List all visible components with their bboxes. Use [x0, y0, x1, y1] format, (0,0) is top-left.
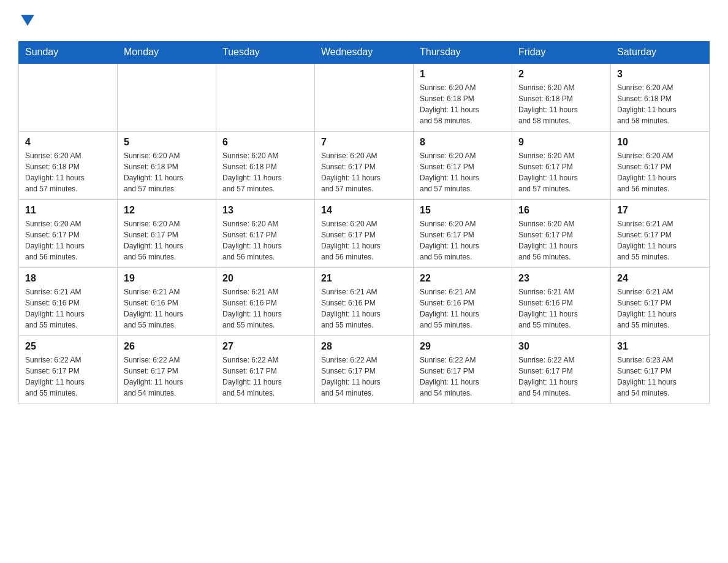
- day-info: Sunrise: 6:22 AMSunset: 6:17 PMDaylight:…: [518, 354, 604, 399]
- calendar-cell: 3Sunrise: 6:20 AMSunset: 6:18 PMDaylight…: [611, 63, 710, 132]
- day-number: 21: [321, 273, 407, 284]
- day-info: Sunrise: 6:21 AMSunset: 6:17 PMDaylight:…: [617, 286, 703, 331]
- day-number: 26: [124, 341, 210, 352]
- day-info: Sunrise: 6:20 AMSunset: 6:17 PMDaylight:…: [321, 150, 407, 194]
- weekday-header-tuesday: Tuesday: [216, 42, 315, 64]
- day-info: Sunrise: 6:20 AMSunset: 6:17 PMDaylight:…: [420, 150, 506, 194]
- svg-marker-0: [21, 15, 34, 26]
- day-number: 27: [222, 341, 308, 352]
- day-number: 15: [420, 205, 506, 216]
- calendar-cell: 1Sunrise: 6:20 AMSunset: 6:18 PMDaylight…: [414, 63, 512, 132]
- calendar-cell: 7Sunrise: 6:20 AMSunset: 6:17 PMDaylight…: [315, 132, 414, 200]
- calendar-cell: 18Sunrise: 6:21 AMSunset: 6:16 PMDayligh…: [19, 268, 118, 336]
- calendar-week-3: 11Sunrise: 6:20 AMSunset: 6:17 PMDayligh…: [19, 200, 710, 268]
- day-number: 4: [25, 137, 111, 148]
- calendar-cell: 29Sunrise: 6:22 AMSunset: 6:17 PMDayligh…: [414, 336, 512, 404]
- calendar-week-5: 25Sunrise: 6:22 AMSunset: 6:17 PMDayligh…: [19, 336, 710, 404]
- weekday-header-sunday: Sunday: [19, 42, 118, 64]
- calendar-cell: 27Sunrise: 6:22 AMSunset: 6:17 PMDayligh…: [216, 336, 315, 404]
- day-number: 3: [617, 69, 703, 80]
- day-number: 7: [321, 137, 407, 148]
- day-info: Sunrise: 6:22 AMSunset: 6:17 PMDaylight:…: [124, 354, 210, 399]
- day-number: 18: [25, 273, 111, 284]
- calendar-cell: 5Sunrise: 6:20 AMSunset: 6:18 PMDaylight…: [118, 132, 216, 200]
- day-info: Sunrise: 6:20 AMSunset: 6:17 PMDaylight:…: [222, 218, 308, 262]
- calendar-cell: 19Sunrise: 6:21 AMSunset: 6:16 PMDayligh…: [118, 268, 216, 336]
- weekday-header-monday: Monday: [118, 42, 216, 64]
- calendar-week-1: 1Sunrise: 6:20 AMSunset: 6:18 PMDaylight…: [19, 63, 710, 132]
- day-number: 28: [321, 341, 407, 352]
- calendar-cell: 13Sunrise: 6:20 AMSunset: 6:17 PMDayligh…: [216, 200, 315, 268]
- day-info: Sunrise: 6:20 AMSunset: 6:18 PMDaylight:…: [420, 82, 506, 126]
- day-number: 13: [222, 205, 308, 216]
- calendar-cell: 21Sunrise: 6:21 AMSunset: 6:16 PMDayligh…: [315, 268, 414, 336]
- day-info: Sunrise: 6:20 AMSunset: 6:17 PMDaylight:…: [25, 218, 111, 262]
- day-number: 29: [420, 341, 506, 352]
- day-info: Sunrise: 6:21 AMSunset: 6:16 PMDaylight:…: [321, 286, 407, 331]
- calendar-cell: 16Sunrise: 6:20 AMSunset: 6:17 PMDayligh…: [512, 200, 611, 268]
- calendar-cell: 24Sunrise: 6:21 AMSunset: 6:17 PMDayligh…: [611, 268, 710, 336]
- day-info: Sunrise: 6:22 AMSunset: 6:17 PMDaylight:…: [420, 354, 506, 399]
- calendar-cell: 25Sunrise: 6:22 AMSunset: 6:17 PMDayligh…: [19, 336, 118, 404]
- day-number: 2: [518, 69, 604, 80]
- day-info: Sunrise: 6:21 AMSunset: 6:16 PMDaylight:…: [25, 286, 111, 331]
- day-number: 19: [124, 273, 210, 284]
- calendar-cell: 17Sunrise: 6:21 AMSunset: 6:17 PMDayligh…: [611, 200, 710, 268]
- day-number: 16: [518, 205, 604, 216]
- calendar-cell: 23Sunrise: 6:21 AMSunset: 6:16 PMDayligh…: [512, 268, 611, 336]
- day-info: Sunrise: 6:20 AMSunset: 6:17 PMDaylight:…: [518, 218, 604, 262]
- calendar-cell: [216, 63, 315, 132]
- day-info: Sunrise: 6:22 AMSunset: 6:17 PMDaylight:…: [25, 354, 111, 399]
- day-info: Sunrise: 6:21 AMSunset: 6:16 PMDaylight:…: [518, 286, 604, 331]
- day-info: Sunrise: 6:20 AMSunset: 6:18 PMDaylight:…: [124, 150, 210, 194]
- calendar-cell: 20Sunrise: 6:21 AMSunset: 6:16 PMDayligh…: [216, 268, 315, 336]
- day-number: 5: [124, 137, 210, 148]
- day-info: Sunrise: 6:21 AMSunset: 6:16 PMDaylight:…: [222, 286, 308, 331]
- calendar-table: SundayMondayTuesdayWednesdayThursdayFrid…: [18, 41, 710, 404]
- day-number: 1: [420, 69, 506, 80]
- day-info: Sunrise: 6:20 AMSunset: 6:17 PMDaylight:…: [617, 150, 703, 194]
- day-info: Sunrise: 6:22 AMSunset: 6:17 PMDaylight:…: [222, 354, 308, 399]
- weekday-header-wednesday: Wednesday: [315, 42, 414, 64]
- calendar-cell: 28Sunrise: 6:22 AMSunset: 6:17 PMDayligh…: [315, 336, 414, 404]
- calendar-header: SundayMondayTuesdayWednesdayThursdayFrid…: [19, 42, 710, 64]
- day-number: 17: [617, 205, 703, 216]
- weekday-header-friday: Friday: [512, 42, 611, 64]
- day-number: 8: [420, 137, 506, 148]
- day-info: Sunrise: 6:20 AMSunset: 6:17 PMDaylight:…: [420, 218, 506, 262]
- calendar-cell: 6Sunrise: 6:20 AMSunset: 6:18 PMDaylight…: [216, 132, 315, 200]
- day-number: 10: [617, 137, 703, 148]
- day-info: Sunrise: 6:20 AMSunset: 6:18 PMDaylight:…: [222, 150, 308, 194]
- calendar-body: 1Sunrise: 6:20 AMSunset: 6:18 PMDaylight…: [19, 63, 710, 404]
- day-number: 24: [617, 273, 703, 284]
- day-number: 6: [222, 137, 308, 148]
- weekday-header-row: SundayMondayTuesdayWednesdayThursdayFrid…: [19, 42, 710, 64]
- day-info: Sunrise: 6:20 AMSunset: 6:18 PMDaylight:…: [518, 82, 604, 126]
- calendar-cell: 14Sunrise: 6:20 AMSunset: 6:17 PMDayligh…: [315, 200, 414, 268]
- day-info: Sunrise: 6:21 AMSunset: 6:17 PMDaylight:…: [617, 218, 703, 262]
- day-number: 30: [518, 341, 604, 352]
- weekday-header-thursday: Thursday: [414, 42, 512, 64]
- logo-arrow-icon: [21, 15, 34, 26]
- day-info: Sunrise: 6:23 AMSunset: 6:17 PMDaylight:…: [617, 354, 703, 399]
- day-number: 12: [124, 205, 210, 216]
- page-header: [18, 12, 710, 29]
- day-info: Sunrise: 6:21 AMSunset: 6:16 PMDaylight:…: [420, 286, 506, 331]
- calendar-cell: [118, 63, 216, 132]
- calendar-cell: 4Sunrise: 6:20 AMSunset: 6:18 PMDaylight…: [19, 132, 118, 200]
- day-info: Sunrise: 6:20 AMSunset: 6:17 PMDaylight:…: [518, 150, 604, 194]
- logo: [18, 12, 34, 29]
- calendar-cell: 11Sunrise: 6:20 AMSunset: 6:17 PMDayligh…: [19, 200, 118, 268]
- calendar-week-4: 18Sunrise: 6:21 AMSunset: 6:16 PMDayligh…: [19, 268, 710, 336]
- day-number: 23: [518, 273, 604, 284]
- day-number: 25: [25, 341, 111, 352]
- calendar-cell: 30Sunrise: 6:22 AMSunset: 6:17 PMDayligh…: [512, 336, 611, 404]
- day-number: 11: [25, 205, 111, 216]
- calendar-cell: 2Sunrise: 6:20 AMSunset: 6:18 PMDaylight…: [512, 63, 611, 132]
- calendar-cell: 22Sunrise: 6:21 AMSunset: 6:16 PMDayligh…: [414, 268, 512, 336]
- day-info: Sunrise: 6:20 AMSunset: 6:18 PMDaylight:…: [617, 82, 703, 126]
- calendar-cell: [315, 63, 414, 132]
- calendar-cell: 8Sunrise: 6:20 AMSunset: 6:17 PMDaylight…: [414, 132, 512, 200]
- weekday-header-saturday: Saturday: [611, 42, 710, 64]
- day-number: 31: [617, 341, 703, 352]
